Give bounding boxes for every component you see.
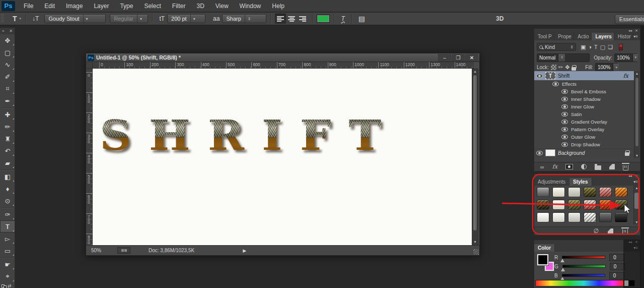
scroll-up-icon[interactable]: ▲ [472, 70, 478, 75]
window-resize-grip[interactable] [473, 249, 479, 255]
gradient-tool[interactable]: ◧ [0, 170, 15, 183]
filter-toggle[interactable] [619, 44, 623, 50]
tab-tool-p[interactable]: Tool P [534, 33, 554, 40]
visibility-eye-icon[interactable] [561, 97, 568, 101]
dark-olive-texture-style[interactable] [584, 187, 596, 197]
quick-selection-tool[interactable]: ✐ [0, 71, 15, 83]
white-crumpled-style[interactable] [584, 212, 596, 222]
new-style-icon[interactable] [608, 228, 613, 234]
canvas-vertical-scrollbar[interactable]: ▲ ▼ [472, 69, 478, 246]
visibility-eye-icon[interactable] [561, 104, 568, 109]
layer-row-background[interactable]: Background [534, 148, 634, 157]
layers-scrollbar[interactable]: ▲ ▼ [634, 71, 639, 158]
dodge-tool[interactable]: ⊙ [0, 195, 15, 207]
background-layer-thumbnail[interactable] [545, 149, 555, 156]
tool-preset-arrow-icon[interactable]: ▾ [20, 17, 22, 21]
layer-name[interactable]: Background [558, 150, 585, 156]
filter-icon-3[interactable]: ▢ [600, 44, 605, 50]
lock-paint-icon[interactable]: ✏ [558, 64, 563, 71]
channel-value-field[interactable]: 0 [610, 263, 625, 270]
white-button-2-style[interactable] [552, 212, 565, 222]
path-selection-tool[interactable]: ▻ [0, 233, 15, 245]
filter-kind-select[interactable]: Kind ⇕ [537, 43, 576, 51]
canvas-text-shrift[interactable]: SHRIFT [100, 111, 399, 159]
new-layer-icon[interactable] [609, 164, 615, 169]
effect-row-pattern-overlay[interactable]: Pattern Overlay [534, 126, 634, 133]
menu-item-3d[interactable]: 3D [191, 0, 209, 12]
orange-red-texture-style[interactable] [599, 200, 612, 210]
effect-row-drop-shadow[interactable]: Drop Shadow [534, 141, 634, 148]
effect-row-outer-glow[interactable]: Outer Glow [534, 133, 634, 141]
brush-tool[interactable]: ✏ [0, 121, 15, 133]
lock-move-icon[interactable]: ✥ [565, 64, 569, 71]
clone-stamp-tool[interactable]: ♜ [0, 133, 15, 145]
text-layer-thumbnail[interactable]: T [545, 72, 555, 79]
visibility-eye-icon[interactable] [561, 120, 568, 124]
blur-tool[interactable]: ♦ [0, 183, 15, 195]
rectangular-marquee-tool[interactable]: ▢ [0, 46, 15, 59]
type-tool-icon[interactable]: T [10, 15, 20, 23]
move-tool[interactable]: ✥ [0, 34, 15, 46]
effect-row-inner-shadow[interactable]: Inner Shadow [534, 95, 634, 103]
tab-styles[interactable]: Styles [569, 178, 592, 186]
font-family-select[interactable]: Goudy Stout▾ [44, 14, 106, 23]
effect-row-bevel-emboss[interactable]: Bevel & Emboss [534, 88, 634, 95]
delete-style-icon[interactable] [622, 229, 628, 235]
menu-item-layer[interactable]: Layer [88, 0, 114, 12]
menu-item-file[interactable]: File [18, 0, 39, 12]
slider-thumb-icon[interactable] [560, 259, 564, 262]
visibility-eye-icon[interactable] [561, 89, 568, 94]
effect-row-effects[interactable]: Effects [534, 80, 634, 88]
status-flyout-icon[interactable]: ▶ [243, 248, 246, 253]
text-color-swatch[interactable] [317, 15, 330, 23]
canvas[interactable]: SHRIFT [93, 69, 472, 246]
opacity-field[interactable]: 100% ▾ [614, 53, 637, 62]
tab-actio[interactable]: Actio [574, 33, 592, 40]
eyedropper-tool[interactable]: ✒ [0, 95, 15, 107]
channel-slider[interactable] [562, 274, 605, 277]
menu-item-filter[interactable]: Filter [167, 0, 191, 12]
effect-row-satin[interactable]: Satin [534, 110, 634, 118]
visibility-eye-icon[interactable] [561, 112, 568, 117]
layer-fx-badge[interactable]: fx [623, 73, 632, 79]
rectangle-tool[interactable]: ▭ [0, 245, 15, 257]
visibility-eye-icon[interactable] [561, 135, 568, 139]
pen-tool[interactable]: ✑ [0, 208, 15, 220]
color-spectrum-ramp[interactable] [535, 280, 624, 286]
menu-item-select[interactable]: Select [138, 0, 166, 12]
font-size-select[interactable]: 200 pt▾ [167, 14, 205, 23]
visibility-eye-icon[interactable] [536, 74, 543, 78]
add-layer-style-icon[interactable]: fx [552, 163, 557, 170]
font-style-select[interactable]: Regular▾ [110, 14, 148, 23]
menu-item-image[interactable]: Image [60, 0, 88, 12]
align-left-button[interactable] [275, 14, 286, 24]
scrollbar-thumb[interactable] [634, 193, 639, 209]
effect-row-gradient-overlay[interactable]: Gradient Overlay [534, 118, 634, 126]
layer-name[interactable]: Shrift [558, 73, 569, 79]
tab-prope[interactable]: Prope [554, 33, 574, 40]
spot-healing-brush-tool[interactable]: ✚ [0, 108, 15, 121]
align-center-button[interactable] [286, 14, 297, 24]
maximize-button[interactable]: ❐ [452, 54, 465, 62]
warp-text-icon[interactable]: T [338, 15, 347, 22]
visibility-eye-icon[interactable] [561, 142, 568, 147]
delete-layer-icon[interactable] [623, 165, 628, 170]
scroll-down-icon[interactable]: ▼ [634, 220, 639, 224]
effect-row-inner-glow[interactable]: Inner Glow [534, 103, 634, 110]
workspace-switcher-button[interactable]: Essentials [615, 14, 644, 24]
menu-item-view[interactable]: View [210, 0, 234, 12]
metal-frame-style[interactable] [537, 187, 549, 197]
white-button-style[interactable] [552, 200, 565, 210]
collapse-dock-icon[interactable]: ◂◂ [628, 174, 632, 178]
tab-color[interactable]: Color [534, 244, 555, 252]
new-group-icon[interactable] [595, 165, 601, 170]
fill-field[interactable]: 100% ▾ [595, 63, 618, 72]
history-brush-tool[interactable]: ↶ [0, 145, 15, 157]
link-layers-icon[interactable]: ∞ [540, 164, 544, 170]
align-right-button[interactable] [297, 14, 308, 24]
tab-histor[interactable]: Histor [614, 33, 634, 40]
filter-icon-0[interactable]: ▣ [581, 44, 586, 50]
scrollbar-thumb[interactable] [473, 75, 477, 231]
black-button-style[interactable] [615, 212, 627, 222]
lasso-tool[interactable]: ∿ [0, 59, 15, 71]
